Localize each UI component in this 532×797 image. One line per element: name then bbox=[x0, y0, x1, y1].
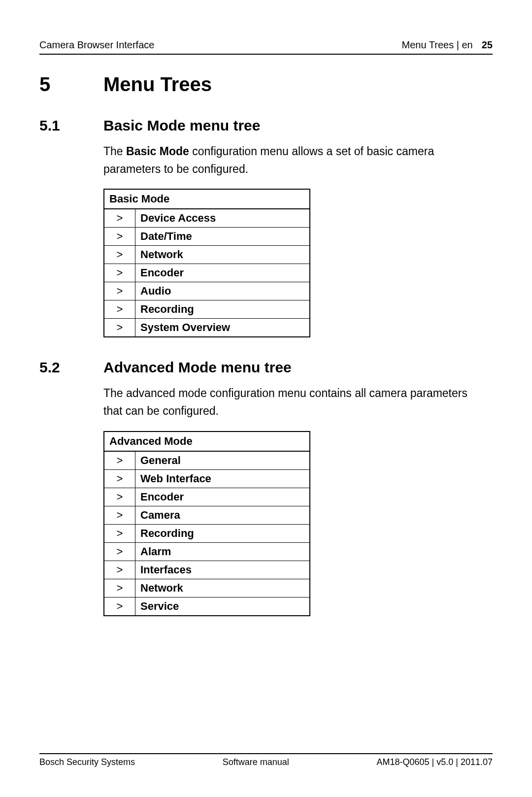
table-row: >System Overview bbox=[104, 319, 310, 337]
section-title: Basic Mode menu tree bbox=[103, 117, 260, 134]
arrow-icon: > bbox=[104, 228, 135, 246]
arrow-icon: > bbox=[104, 282, 135, 300]
chapter-heading: 5 Menu Trees bbox=[39, 73, 493, 96]
header-section: Menu Trees | en bbox=[402, 39, 473, 51]
arrow-icon: > bbox=[104, 506, 135, 524]
menu-item: Date/Time bbox=[135, 228, 310, 246]
table-row: >Date/Time bbox=[104, 228, 310, 246]
table-row: >Recording bbox=[104, 524, 310, 542]
chapter-title: Menu Trees bbox=[103, 73, 212, 96]
para-bold: Basic Mode bbox=[126, 145, 189, 158]
menu-item: Audio bbox=[135, 282, 310, 300]
section-number: 5.2 bbox=[39, 359, 103, 376]
menu-item: Recording bbox=[135, 524, 310, 542]
page-header: Camera Browser Interface Menu Trees | en… bbox=[39, 39, 493, 55]
table-row: >Encoder bbox=[104, 264, 310, 282]
basic-mode-table: Basic Mode >Device Access>Date/Time>Netw… bbox=[103, 189, 310, 337]
arrow-icon: > bbox=[104, 524, 135, 542]
table-row: >Network bbox=[104, 579, 310, 597]
footer-right: AM18-Q0605 | v5.0 | 2011.07 bbox=[376, 757, 493, 767]
menu-item: Encoder bbox=[135, 264, 310, 282]
header-right: Menu Trees | en 25 bbox=[402, 39, 493, 51]
table-row: >Device Access bbox=[104, 209, 310, 228]
table-row: >Network bbox=[104, 246, 310, 264]
arrow-icon: > bbox=[104, 597, 135, 616]
chapter-number: 5 bbox=[39, 73, 103, 96]
section-5-1-paragraph: The Basic Mode configuration menu allows… bbox=[103, 143, 468, 178]
arrow-icon: > bbox=[104, 561, 135, 579]
table-row: >Alarm bbox=[104, 542, 310, 561]
arrow-icon: > bbox=[104, 451, 135, 470]
header-left: Camera Browser Interface bbox=[39, 39, 154, 51]
menu-item: Interfaces bbox=[135, 561, 310, 579]
table-header: Advanced Mode bbox=[104, 432, 310, 451]
table-row: >Service bbox=[104, 597, 310, 616]
arrow-icon: > bbox=[104, 488, 135, 506]
menu-item: Network bbox=[135, 579, 310, 597]
section-title: Advanced Mode menu tree bbox=[103, 359, 292, 376]
advanced-mode-table: Advanced Mode >General>Web Interface>Enc… bbox=[103, 431, 310, 616]
menu-item: System Overview bbox=[135, 319, 310, 337]
menu-item: Recording bbox=[135, 300, 310, 319]
table-row: >Web Interface bbox=[104, 469, 310, 488]
arrow-icon: > bbox=[104, 209, 135, 228]
table-row: >Interfaces bbox=[104, 561, 310, 579]
menu-item: Web Interface bbox=[135, 469, 310, 488]
para-text-pre: The bbox=[103, 145, 126, 158]
menu-item: Alarm bbox=[135, 542, 310, 561]
table-row: >General bbox=[104, 451, 310, 470]
footer-center: Software manual bbox=[223, 757, 289, 767]
section-5-2-paragraph: The advanced mode configuration menu con… bbox=[103, 385, 468, 420]
page-number: 25 bbox=[482, 39, 493, 51]
menu-item: General bbox=[135, 451, 310, 470]
table-header: Basic Mode bbox=[104, 189, 310, 209]
table-row: >Audio bbox=[104, 282, 310, 300]
arrow-icon: > bbox=[104, 579, 135, 597]
menu-item: Camera bbox=[135, 506, 310, 524]
page: Camera Browser Interface Menu Trees | en… bbox=[0, 0, 532, 797]
arrow-icon: > bbox=[104, 264, 135, 282]
table-row: >Recording bbox=[104, 300, 310, 319]
arrow-icon: > bbox=[104, 469, 135, 488]
footer-left: Bosch Security Systems bbox=[39, 757, 135, 767]
arrow-icon: > bbox=[104, 246, 135, 264]
page-footer: Bosch Security Systems Software manual A… bbox=[39, 753, 493, 767]
table-row: >Encoder bbox=[104, 488, 310, 506]
menu-item: Encoder bbox=[135, 488, 310, 506]
arrow-icon: > bbox=[104, 300, 135, 319]
menu-item: Device Access bbox=[135, 209, 310, 228]
table-row: >Camera bbox=[104, 506, 310, 524]
arrow-icon: > bbox=[104, 542, 135, 561]
section-5-1-heading: 5.1 Basic Mode menu tree bbox=[39, 117, 493, 134]
section-number: 5.1 bbox=[39, 117, 103, 134]
arrow-icon: > bbox=[104, 319, 135, 337]
menu-item: Network bbox=[135, 246, 310, 264]
menu-item: Service bbox=[135, 597, 310, 616]
section-5-2-heading: 5.2 Advanced Mode menu tree bbox=[39, 359, 493, 376]
